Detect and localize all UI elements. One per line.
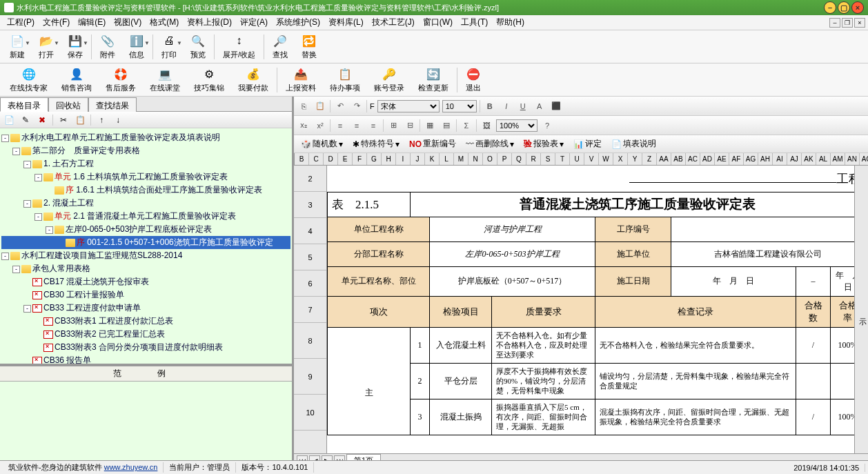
tool-替换[interactable]: 🔁替换: [295, 32, 324, 61]
help-icon[interactable]: ?: [540, 119, 554, 132]
tree-del-icon[interactable]: ✖: [36, 114, 48, 126]
col-header[interactable]: AK: [802, 153, 816, 165]
tool-上报资料[interactable]: 📤上报资料: [279, 65, 323, 95]
tree-node[interactable]: CB30 工程计量报验单: [1, 288, 290, 302]
redo-icon[interactable]: ↷: [350, 99, 364, 113]
font-size-select[interactable]: 10: [442, 100, 477, 112]
tool-销售咨询[interactable]: 👤销售咨询: [55, 65, 99, 95]
tree-node[interactable]: CB17 混凝土浇筑开仓报审表: [1, 275, 290, 288]
underline-icon[interactable]: U: [516, 99, 530, 113]
tree-node[interactable]: 序 1.6.1 土料填筑结合面处理工序施工质量验收评定表: [1, 184, 290, 197]
tree-toggle-icon[interactable]: -: [23, 305, 31, 313]
col-header[interactable]: AG: [744, 153, 758, 165]
tree-toggle-icon[interactable]: -: [23, 161, 31, 168]
split-icon[interactable]: ⊟: [403, 119, 417, 132]
col-header[interactable]: AO: [860, 153, 868, 165]
row-header[interactable]: 9: [294, 359, 326, 395]
tree-node[interactable]: CB33附表2 已完工程量汇总表: [1, 328, 290, 341]
italic-icon[interactable]: I: [500, 99, 513, 113]
align-left-icon[interactable]: ≡: [333, 119, 347, 132]
col-header[interactable]: Y: [628, 153, 642, 165]
col-header[interactable]: AL: [816, 153, 831, 165]
tree-paste-icon[interactable]: 📋: [74, 114, 86, 126]
col-header[interactable]: AH: [758, 153, 773, 165]
align-center-icon[interactable]: ≡: [350, 119, 364, 132]
tree-toggle-icon[interactable]: -: [46, 226, 53, 234]
draw-del-button[interactable]: 〰画删除线▾: [463, 137, 517, 151]
col-header[interactable]: V: [584, 153, 599, 165]
tree-view[interactable]: -水利水电工程单元工程施工质量验收评定表及填表说明-第二部分 质量评定专用表格-…: [0, 128, 292, 364]
menu-item[interactable]: 文件(F): [39, 16, 74, 28]
tree-node[interactable]: -1. 土石方工程: [1, 157, 290, 170]
border-icon[interactable]: ▦: [423, 119, 437, 132]
tool-在线找专家[interactable]: 🌐在线找专家: [3, 65, 55, 95]
col-header[interactable]: B: [295, 153, 309, 165]
align-right-icon[interactable]: ≡: [366, 119, 380, 132]
col-header[interactable]: F: [353, 153, 367, 165]
tree-cut-icon[interactable]: ✂: [57, 114, 70, 126]
tree-edit-icon[interactable]: ✎: [19, 114, 32, 126]
col-header[interactable]: T: [555, 153, 570, 165]
col-header[interactable]: I: [396, 153, 411, 165]
col-header[interactable]: AF: [729, 153, 744, 165]
tool-退出[interactable]: ⛔退出: [459, 65, 488, 95]
col-header[interactable]: P: [497, 153, 512, 165]
tool-我要付款[interactable]: 💰我要付款: [231, 65, 275, 95]
col-header[interactable]: AM: [831, 153, 845, 165]
tree-node[interactable]: -单元 2.1 普通混凝土单元工程施工质量验收评定表: [1, 210, 290, 223]
menu-item[interactable]: 技术工艺(J): [368, 16, 419, 28]
tool-新建[interactable]: 📄新建▼: [3, 32, 32, 61]
tree-down-icon[interactable]: ↓: [112, 114, 124, 126]
menu-item[interactable]: 帮助(H): [492, 16, 529, 28]
mdi-close[interactable]: ×: [854, 18, 865, 28]
maximize-button[interactable]: ▢: [838, 1, 850, 14]
tool-保存[interactable]: 💾保存▼: [61, 32, 90, 61]
col-header[interactable]: C: [309, 153, 324, 165]
sum-icon[interactable]: Σ: [460, 119, 473, 132]
mdi-restore[interactable]: ❐: [842, 18, 853, 28]
col-header[interactable]: J: [411, 153, 425, 165]
row-header[interactable]: 5: [294, 244, 326, 270]
tree-node[interactable]: 序 001-2.1.5 0+507-1+006浇筑工序施工质量验收评定: [1, 236, 290, 249]
col-header[interactable]: X: [613, 153, 628, 165]
col-header[interactable]: Z: [642, 153, 657, 165]
tree-node[interactable]: -左岸0-065-0+503护岸工程底板砼评定表: [1, 223, 290, 236]
col-header[interactable]: D: [324, 153, 338, 165]
tree-new-icon[interactable]: 📄: [3, 114, 15, 126]
tool-在线课堂[interactable]: 💻在线课堂: [143, 65, 187, 95]
random-button[interactable]: 🎲随机数▾: [298, 137, 346, 151]
col-header[interactable]: W: [599, 153, 613, 165]
tool-待办事项[interactable]: 📋待办事项: [323, 65, 367, 95]
menu-item[interactable]: 编辑(E): [74, 16, 110, 28]
col-header[interactable]: O: [483, 153, 497, 165]
tree-toggle-icon[interactable]: -: [12, 148, 20, 155]
tool-附件[interactable]: 📎附件: [93, 32, 122, 61]
tree-toggle-icon[interactable]: -: [1, 135, 9, 142]
menu-item[interactable]: 格式(M): [146, 16, 183, 28]
fill-inst-button[interactable]: 📄填表说明: [609, 137, 659, 151]
row-header[interactable]: 6: [294, 270, 326, 297]
tree-toggle-icon[interactable]: -: [34, 213, 42, 221]
tree-node[interactable]: -CB33 工程进度付款申请单: [1, 302, 290, 315]
undo-icon[interactable]: ↶: [333, 99, 347, 113]
left-tab[interactable]: 查找结果: [88, 97, 137, 112]
tree-node[interactable]: CB33附表3 合同分类分项项目进度付款明细表: [1, 341, 290, 354]
tree-node[interactable]: -水利工程建设项目施工监理规范SL288-2014: [1, 249, 290, 262]
menu-item[interactable]: 视图(V): [110, 16, 146, 28]
col-header[interactable]: AA: [657, 153, 671, 165]
col-header[interactable]: K: [425, 153, 440, 165]
row-header[interactable]: 10: [294, 395, 326, 431]
col-header[interactable]: AN: [845, 153, 860, 165]
col-header[interactable]: E: [338, 153, 353, 165]
row-header[interactable]: 7: [294, 297, 326, 323]
col-header[interactable]: R: [526, 153, 541, 165]
col-header[interactable]: N: [468, 153, 483, 165]
tree-toggle-icon[interactable]: -: [23, 200, 31, 208]
col-header[interactable]: AI: [773, 153, 787, 165]
col-header[interactable]: AJ: [787, 153, 802, 165]
grid-icon[interactable]: ▤: [440, 119, 453, 132]
tree-node[interactable]: -水利水电工程单元工程施工质量验收评定表及填表说明: [1, 131, 290, 144]
col-header[interactable]: U: [570, 153, 584, 165]
col-header[interactable]: AE: [715, 153, 729, 165]
zoom-select[interactable]: 100%: [496, 119, 537, 132]
